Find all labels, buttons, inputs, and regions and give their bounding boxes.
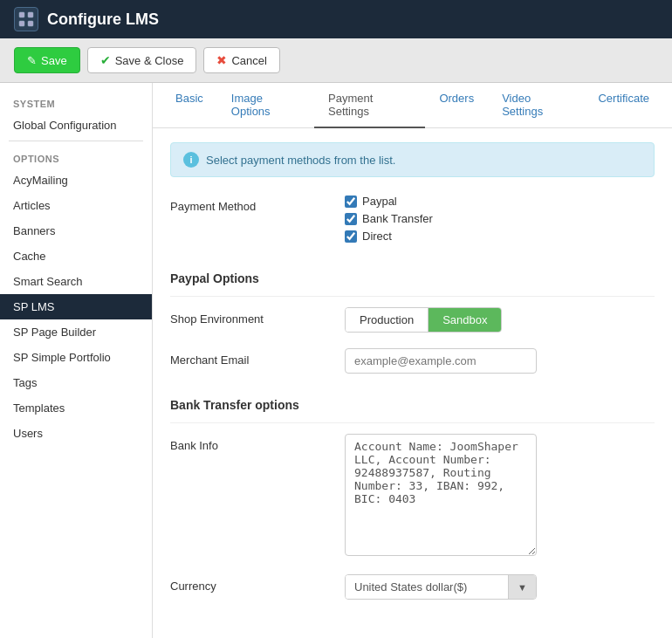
merchant-email-control [345,348,655,374]
sidebar-item-banners[interactable]: Banners [0,218,152,244]
currency-control: United States dollar($) ▼ [345,574,655,600]
cancel-button[interactable]: ✖ Cancel [203,47,279,73]
bank-transfer-label: Bank Transfer [362,212,433,225]
check-icon: ✔ [100,53,111,67]
info-message: Select payment methods from the list. [206,154,395,167]
direct-checkbox[interactable] [345,230,357,243]
sandbox-toggle-button[interactable]: Sandbox [429,308,501,332]
app-header: Configure LMS [0,0,672,38]
info-icon: i [183,152,199,168]
sidebar-item-tags[interactable]: Tags [0,370,152,395]
tab-bar: Basic Image Options Payment Settings Ord… [153,83,672,128]
save-button[interactable]: ✎ Save [14,47,80,73]
bank-info-label: Bank Info [170,434,345,452]
currency-label: Currency [170,574,345,593]
content-area: Basic Image Options Payment Settings Ord… [153,83,672,638]
sidebar-item-articles[interactable]: Articles [0,193,152,218]
tab-payment-settings[interactable]: Payment Settings [314,83,425,128]
currency-select-wrapper: United States dollar($) ▼ [345,574,537,600]
bank-info-control: Account Name: JoomShaper LLC, Account Nu… [345,434,655,559]
direct-label: Direct [362,230,392,243]
bank-transfer-options-title: Bank Transfer options [170,389,655,423]
system-section-label: SYSTEM [0,92,152,113]
sidebar: SYSTEM Global Configuration OPTIONS AcyM… [0,83,153,638]
tab-video-settings[interactable]: Video Settings [488,83,584,128]
bank-info-row: Bank Info Account Name: JoomShaper LLC, … [170,434,655,562]
svg-rect-0 [19,12,24,17]
production-toggle-button[interactable]: Production [346,308,429,332]
toolbar: ✎ Save ✔ Save & Close ✖ Cancel [0,38,672,83]
sidebar-divider [9,141,143,141]
paypal-label: Paypal [362,195,397,208]
payment-method-checkboxes: Paypal Bank Transfer Direct [345,195,655,247]
sidebar-item-sp-lms[interactable]: SP LMS [0,294,152,319]
app-icon [14,7,38,31]
info-box: i Select payment methods from the list. [170,142,655,177]
bank-info-textarea[interactable]: Account Name: JoomShaper LLC, Account Nu… [345,434,537,556]
sidebar-item-templates[interactable]: Templates [0,395,152,421]
svg-rect-3 [28,21,33,26]
bank-transfer-checkbox-row: Bank Transfer [345,212,655,225]
currency-row: Currency United States dollar($) ▼ [170,574,655,603]
dropdown-arrow-icon: ▼ [508,575,536,599]
paypal-checkbox[interactable] [345,196,357,208]
payment-method-row: Payment Method Paypal Bank Transfer Dire… [170,195,655,250]
direct-checkbox-row: Direct [345,230,655,243]
merchant-email-row: Merchant Email [170,348,655,377]
currency-select[interactable]: United States dollar($) [346,575,508,599]
sidebar-item-cache[interactable]: Cache [0,244,152,269]
shop-environment-toggle: Production Sandbox [345,307,655,333]
sidebar-item-sp-simple-portfolio[interactable]: SP Simple Portfolio [0,345,152,370]
svg-rect-2 [19,21,24,26]
sidebar-item-smart-search[interactable]: Smart Search [0,269,152,294]
paypal-checkbox-row: Paypal [345,195,655,208]
tab-image-options[interactable]: Image Options [217,83,314,128]
shop-environment-row: Shop Environment Production Sandbox [170,307,655,336]
payment-method-label: Payment Method [170,195,345,213]
paypal-options-title: Paypal Options [170,263,655,297]
tab-orders[interactable]: Orders [425,83,488,128]
sidebar-item-users[interactable]: Users [0,421,152,446]
options-section-label: OPTIONS [0,147,152,168]
sidebar-item-global-configuration[interactable]: Global Configuration [0,113,152,135]
save-close-button[interactable]: ✔ Save & Close [87,47,197,73]
svg-rect-1 [28,12,33,17]
merchant-email-input[interactable] [345,348,537,374]
merchant-email-label: Merchant Email [170,348,345,367]
sidebar-item-acymailing[interactable]: AcyMailing [0,168,152,193]
environment-toggle-group: Production Sandbox [345,307,502,333]
tab-basic[interactable]: Basic [161,83,217,128]
tab-certificate[interactable]: Certificate [584,83,663,128]
sidebar-item-sp-page-builder[interactable]: SP Page Builder [0,319,152,345]
payment-settings-content: i Select payment methods from the list. … [153,128,672,629]
x-icon: ✖ [216,53,227,67]
page-title: Configure LMS [47,10,159,29]
main-layout: SYSTEM Global Configuration OPTIONS AcyM… [0,83,672,638]
bank-transfer-checkbox[interactable] [345,213,357,225]
shop-environment-label: Shop Environment [170,307,345,326]
save-icon: ✎ [27,54,37,67]
